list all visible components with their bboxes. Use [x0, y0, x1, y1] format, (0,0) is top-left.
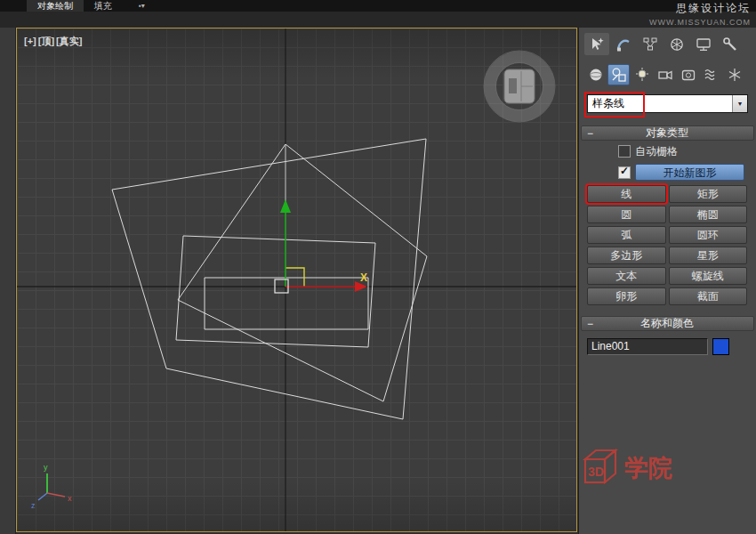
display-icon	[695, 36, 712, 53]
academy-watermark-text: 学院	[624, 452, 672, 484]
object-color-swatch[interactable]	[712, 338, 729, 355]
create-icon	[588, 36, 606, 53]
viewport-canvas: X y x z	[17, 28, 576, 531]
world-axis-tripod: y x z	[31, 463, 72, 510]
shape-tool-button[interactable]: 星形	[669, 247, 748, 264]
ribbon-tab[interactable]: 填充	[84, 0, 123, 12]
tripod-x-label: x	[68, 494, 72, 503]
spline-layer	[112, 139, 427, 419]
tab-modify[interactable]	[611, 33, 636, 55]
chevron-down-icon[interactable]: ▼	[732, 95, 747, 112]
category-shapes[interactable]	[607, 64, 630, 85]
autogrid-checkbox[interactable]	[618, 145, 631, 158]
viewport-menu-view[interactable]: [顶]	[38, 36, 54, 46]
rollout-object-type-header[interactable]: − 对象类型	[581, 125, 754, 141]
tripod-z-axis	[38, 493, 47, 500]
shape-tool-button[interactable]: 线	[587, 185, 666, 203]
hierarchy-icon	[641, 36, 659, 53]
shape-tool-button[interactable]: 卵形	[587, 287, 666, 305]
helpers-icon	[680, 66, 697, 84]
left-toolbar-strip	[0, 28, 16, 534]
collapse-icon: −	[587, 127, 593, 140]
tripod-y-label: y	[44, 463, 48, 472]
start-new-shape-checkbox[interactable]	[618, 166, 631, 179]
spline-quad-large[interactable]	[112, 139, 426, 419]
category-lights[interactable]	[631, 64, 653, 85]
autogrid-row: 自动栅格	[618, 145, 756, 158]
cube-logo-icon: 3D	[580, 445, 623, 491]
ribbon-minimize-icon[interactable]: ▪▾	[133, 0, 150, 12]
toolbar-strip	[0, 12, 756, 28]
category-systems[interactable]	[723, 64, 745, 85]
viewport-label: [+][顶][真实]	[24, 35, 84, 48]
tab-hierarchy[interactable]	[638, 33, 663, 55]
shape-type-dropdown[interactable]: 样条线 ▼	[587, 94, 748, 113]
shape-tool-button[interactable]: 螺旋线	[669, 267, 748, 285]
rollout-name-color-header[interactable]: − 名称和颜色	[581, 316, 754, 331]
start-new-shape-button[interactable]: 开始新图形	[635, 164, 744, 181]
gizmo-y-arrowhead[interactable]	[280, 199, 291, 213]
spline-rect-tilted[interactable]	[176, 236, 375, 347]
systems-icon	[726, 66, 744, 84]
lights-icon	[633, 66, 651, 84]
gizmo-x-label: X	[360, 271, 367, 284]
shape-tool-button[interactable]: 截面	[669, 287, 748, 305]
cube-logo-text: 3D	[588, 465, 604, 479]
viewport-top[interactable]: [+][顶][真实]	[16, 28, 577, 532]
forum-watermark-line1: 思缘设计论坛	[649, 1, 751, 16]
modify-icon	[615, 36, 632, 53]
motion-icon	[668, 36, 686, 53]
shape-tool-button[interactable]: 圆环	[669, 226, 748, 244]
wheel-pad-slot	[509, 78, 517, 93]
shape-tool-button[interactable]: 弧	[587, 226, 666, 244]
application-window: 对象绘制填充 ▪▾ [+][顶][真实]	[0, 0, 756, 534]
tripod-z-label: z	[31, 501, 36, 510]
collapse-icon: −	[587, 318, 593, 330]
category-row	[579, 64, 756, 87]
tab-create[interactable]	[584, 33, 609, 55]
tab-motion[interactable]	[664, 33, 689, 55]
shape-tool-button[interactable]: 文本	[587, 267, 666, 285]
shape-tool-button[interactable]: 圆	[587, 206, 666, 223]
geometry-sphere-icon	[587, 66, 605, 84]
steering-wheel[interactable]	[484, 51, 555, 122]
rollout-title: 对象类型	[593, 125, 753, 141]
3d-academy-watermark: 3D 学院	[580, 445, 672, 491]
category-space-warps[interactable]	[700, 64, 722, 85]
ribbon-tab[interactable]: 对象绘制	[27, 0, 84, 12]
tab-utilities[interactable]	[718, 33, 743, 55]
tripod-x-axis	[47, 493, 65, 497]
shape-tool-grid: 线矩形圆椭圆弧圆环多边形星形文本螺旋线卵形截面	[587, 185, 747, 305]
category-helpers[interactable]	[677, 64, 699, 85]
viewport-menu-shading[interactable]: [真实]	[56, 36, 82, 46]
category-geometry[interactable]	[584, 64, 607, 85]
space-warps-icon	[703, 66, 720, 84]
utilities-icon	[721, 36, 739, 53]
ribbon-tab-bar: 对象绘制填充 ▪▾	[0, 0, 756, 12]
autogrid-label: 自动栅格	[635, 144, 678, 159]
transform-gizmo[interactable]: X	[275, 199, 367, 293]
spline-rect[interactable]	[205, 278, 368, 329]
rollout-title: 名称和颜色	[593, 316, 753, 331]
command-panel-tabs	[579, 28, 756, 56]
name-color-row: Line001	[579, 338, 756, 355]
spline-quad-rotated[interactable]	[178, 144, 427, 401]
shape-tool-button[interactable]: 矩形	[669, 185, 748, 203]
tab-display[interactable]	[691, 33, 716, 55]
shapes-icon	[610, 66, 628, 84]
ribbon-tabs: 对象绘制填充	[27, 0, 123, 12]
forum-watermark-line2: WWW.MISSYUAN.COM	[649, 18, 751, 27]
shape-tool-button[interactable]: 多边形	[587, 247, 666, 264]
shape-tool-button[interactable]: 椭圆	[669, 206, 748, 223]
forum-watermark: 思缘设计论坛 WWW.MISSYUAN.COM	[649, 1, 751, 27]
shape-type-dropdown-wrap: 样条线 ▼	[587, 94, 748, 113]
category-cameras[interactable]	[654, 64, 676, 85]
start-new-shape-row: 开始新图形	[618, 164, 744, 181]
object-name-input[interactable]: Line001	[587, 338, 708, 355]
dropdown-value: 样条线	[588, 96, 732, 111]
cameras-icon	[656, 66, 674, 84]
viewport-menu-plus[interactable]: [+]	[24, 36, 36, 46]
